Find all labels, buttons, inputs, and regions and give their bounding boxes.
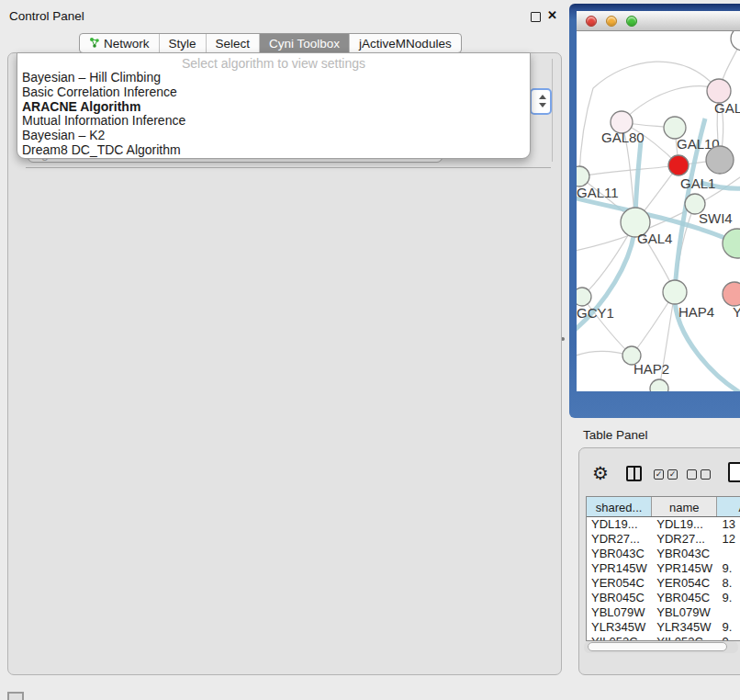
- tab-label: Style: [169, 37, 196, 51]
- network-svg: GALGAL80GAL10GAL1GAL11SWI4GAL4GCY1HAP4YH…: [577, 31, 740, 391]
- network-edge[interactable]: [579, 165, 678, 176]
- close-icon[interactable]: ✕: [547, 8, 557, 22]
- table-row[interactable]: YER054CYER054C8.: [587, 576, 740, 591]
- focused-combobox-fragment[interactable]: [530, 88, 552, 115]
- table-cell: 12: [717, 532, 740, 547]
- close-traffic-light-icon[interactable]: [586, 16, 597, 27]
- tab-cyni-toolbox[interactable]: Cyni Toolbox: [259, 34, 349, 52]
- network-node-y[interactable]: [723, 282, 740, 306]
- network-window-titlebar[interactable]: [577, 11, 740, 31]
- tab-label: Network: [104, 37, 150, 51]
- table-row[interactable]: YDL19...YDL19...13: [587, 517, 740, 532]
- table-cell: YBL079W: [652, 605, 717, 620]
- table-row[interactable]: YLR345WYLR345W9.: [587, 620, 740, 635]
- algorithm-dropdown-list: Select algorithm to view settings Bayesi…: [17, 52, 531, 159]
- table-panel-title: Table Panel: [583, 428, 648, 442]
- table-cell: YIL052C: [652, 635, 717, 641]
- algorithm-option[interactable]: Basic Correlation Inference: [17, 85, 530, 100]
- table-row[interactable]: YIL052CYIL052C9: [587, 635, 740, 641]
- stepper-arrows-icon: [538, 95, 546, 107]
- network-node-hap4[interactable]: [663, 280, 687, 304]
- algorithm-option[interactable]: Bayesian – Hill Climbing: [17, 71, 530, 85]
- table-row[interactable]: YBL079WYBL079W: [587, 605, 740, 620]
- algorithm-option[interactable]: ARACNE Algorithm: [17, 100, 530, 115]
- node-label: Y: [733, 304, 740, 320]
- control-panel-titlebar: Control Panel ✕: [0, 0, 569, 24]
- algorithm-option[interactable]: Mutual Information Inference: [17, 114, 530, 129]
- node-label: GAL80: [601, 130, 645, 145]
- node-label: HAP4: [678, 304, 714, 320]
- column-header-A[interactable]: A: [717, 497, 740, 516]
- network-edge[interactable]: [579, 88, 593, 176]
- table-cell: [717, 547, 740, 561]
- table-cell: 9: [717, 635, 740, 641]
- minimize-traffic-light-icon[interactable]: [606, 16, 617, 27]
- node-label: GAL: [714, 100, 740, 116]
- table-cell: YDR27...: [587, 532, 652, 547]
- table-cell: YLR345W: [587, 620, 652, 635]
- tab-jactivemnodules[interactable]: jActiveMNodules: [349, 34, 461, 52]
- algorithm-dropdown-placeholder: Select algorithm to view settings: [17, 53, 530, 71]
- table-cell: YBR043C: [587, 547, 652, 561]
- table-horizontal-scrollbar[interactable]: [584, 641, 738, 653]
- column-header-shared[interactable]: shared...: [587, 497, 652, 516]
- deselect-all-icon[interactable]: [687, 469, 711, 480]
- tab-label: Select: [216, 37, 251, 51]
- bottom-left-partial-icon: [7, 692, 24, 700]
- network-node[interactable]: [723, 229, 740, 258]
- node-label: HAP2: [633, 361, 669, 377]
- network-node-gal1[interactable]: [668, 155, 689, 175]
- node-label: SWI4: [699, 210, 733, 226]
- network-icon: [89, 37, 100, 51]
- column-header-name[interactable]: name: [652, 497, 717, 516]
- table-cell: 13: [717, 517, 740, 532]
- algorithm-option[interactable]: Dream8 DC_TDC Algorithm: [17, 143, 530, 158]
- table-cell: YLR345W: [652, 620, 717, 635]
- table-cell: 9.: [717, 591, 740, 605]
- new-table-icon[interactable]: [728, 462, 740, 482]
- network-node[interactable]: [731, 31, 740, 51]
- table-cell: YDR27...: [652, 532, 717, 547]
- control-panel-tabbar: NetworkStyleSelectCyni ToolboxjActiveMNo…: [79, 33, 462, 53]
- table-cell: YBL079W: [587, 605, 652, 620]
- table-cell: YBR045C: [587, 591, 652, 605]
- table-settings-gear-icon[interactable]: ⚙: [592, 462, 609, 484]
- algorithm-option[interactable]: Bayesian – K2: [17, 129, 530, 143]
- control-panel-title: Control Panel: [9, 9, 84, 23]
- node-label: GCY1: [577, 305, 614, 321]
- network-view-canvas[interactable]: GALGAL80GAL10GAL1GAL11SWI4GAL4GCY1HAP4YH…: [577, 31, 740, 391]
- select-all-icon[interactable]: ✓✓: [654, 469, 678, 480]
- network-node[interactable]: [706, 146, 734, 174]
- tab-label: Cyni Toolbox: [269, 37, 340, 51]
- table-row[interactable]: YPR145WYPR145W9.: [587, 561, 740, 576]
- table-cell: YER054C: [652, 576, 717, 591]
- tab-style[interactable]: Style: [159, 34, 206, 52]
- column-visibility-icon[interactable]: [626, 466, 642, 481]
- table-cell: YDL19...: [652, 517, 717, 532]
- table-header-row: shared...nameA: [587, 497, 740, 517]
- table-cell: YBR043C: [652, 547, 717, 561]
- network-edge[interactable]: [593, 62, 719, 91]
- table-cell: 9.: [717, 620, 740, 635]
- zoom-traffic-light-icon[interactable]: [626, 16, 637, 27]
- table-cell: YER054C: [587, 576, 652, 591]
- network-edge[interactable]: [622, 86, 719, 122]
- network-node-gcy1[interactable]: [577, 288, 591, 306]
- tab-network[interactable]: Network: [80, 34, 159, 52]
- node-label: GAL1: [680, 175, 715, 191]
- table-cell: YPR145W: [652, 561, 717, 576]
- tab-select[interactable]: Select: [206, 34, 260, 52]
- table-row[interactable]: YBR045CYBR045C9.: [587, 591, 740, 605]
- table-row[interactable]: YBR043CYBR043C: [587, 547, 740, 561]
- float-window-icon[interactable]: [531, 12, 541, 22]
- network-node[interactable]: [650, 379, 668, 391]
- hidden-group-border-right: [552, 59, 553, 162]
- table-row[interactable]: YDR27...YDR27...12: [587, 532, 740, 547]
- table-cell: YBR045C: [652, 591, 717, 605]
- table-cell: YIL052C: [587, 635, 652, 641]
- table-cell: 9.: [717, 561, 740, 576]
- algorithm-options: Bayesian – Hill ClimbingBasic Correlatio…: [17, 71, 530, 158]
- table-cell: [717, 605, 740, 620]
- node-label: GAL11: [577, 185, 619, 200]
- node-table[interactable]: shared...nameA YDL19...YDL19...13YDR27..…: [586, 496, 740, 641]
